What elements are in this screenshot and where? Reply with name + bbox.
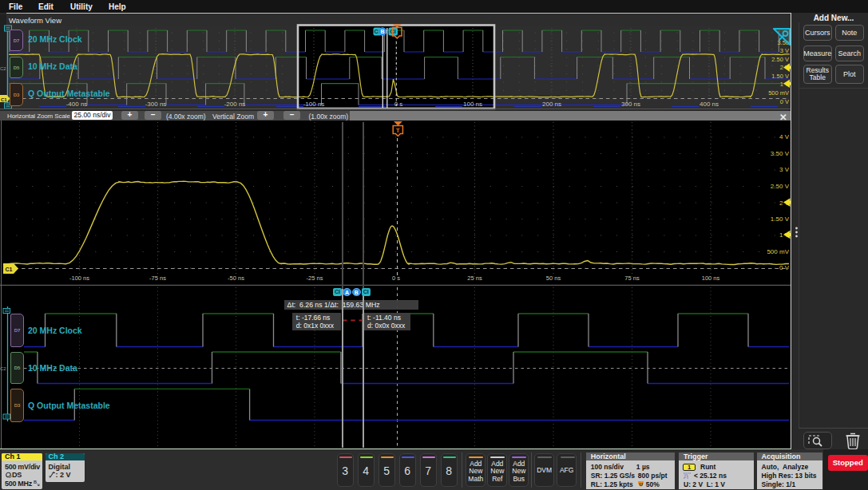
svg-text:400 ns: 400 ns [700, 101, 719, 108]
svg-text:3 V: 3 V [780, 47, 789, 54]
svg-text:-75 ns: -75 ns [149, 275, 166, 282]
svg-text:-300 ns: -300 ns [145, 101, 167, 108]
svg-text:-200 ns: -200 ns [224, 101, 246, 108]
svg-text:-25 ns: -25 ns [307, 275, 323, 282]
svg-text:-100 ns: -100 ns [303, 101, 325, 108]
svg-text:25 ns: 25 ns [467, 275, 482, 282]
svg-text:0 s: 0 s [392, 275, 400, 282]
svg-text:0 V: 0 V [780, 98, 789, 105]
svg-text:4 V: 4 V [779, 133, 790, 140]
svg-text:-100 ns: -100 ns [69, 275, 89, 282]
svg-text:50 ns: 50 ns [546, 275, 561, 282]
svg-text:75 ns: 75 ns [624, 275, 640, 282]
svg-text:C1: C1 [1, 97, 7, 102]
svg-text:100 ns: 100 ns [463, 101, 482, 108]
svg-text:C2: C2 [0, 366, 6, 371]
svg-text:-50 ns: -50 ns [228, 275, 244, 282]
svg-text:T: T [396, 127, 400, 134]
svg-text:0 V: 0 V [779, 264, 790, 271]
svg-text:-400 ns: -400 ns [66, 101, 88, 108]
svg-text:2.50 V: 2.50 V [771, 56, 789, 63]
svg-text:0 s: 0 s [394, 101, 403, 108]
svg-text:C2: C2 [0, 66, 6, 71]
svg-text:B: B [34, 480, 37, 484]
svg-text:100 ns: 100 ns [702, 275, 720, 282]
svg-text:500 mV: 500 mV [768, 89, 789, 97]
svg-text:200 ns: 200 ns [542, 101, 561, 108]
svg-text:300 ns: 300 ns [621, 101, 640, 108]
svg-text:B: B [380, 29, 384, 34]
svg-text:1.50 V: 1.50 V [771, 73, 789, 80]
svg-text:2.50 V: 2.50 V [771, 183, 790, 190]
svg-text:U: U [639, 482, 642, 487]
svg-text:500 mV: 500 mV [767, 248, 789, 255]
svg-text:1.50 V: 1.50 V [771, 215, 790, 223]
svg-text:3.50 V: 3.50 V [771, 150, 790, 157]
svg-text:C1: C1 [6, 267, 13, 272]
svg-text:3 V: 3 V [779, 166, 790, 173]
